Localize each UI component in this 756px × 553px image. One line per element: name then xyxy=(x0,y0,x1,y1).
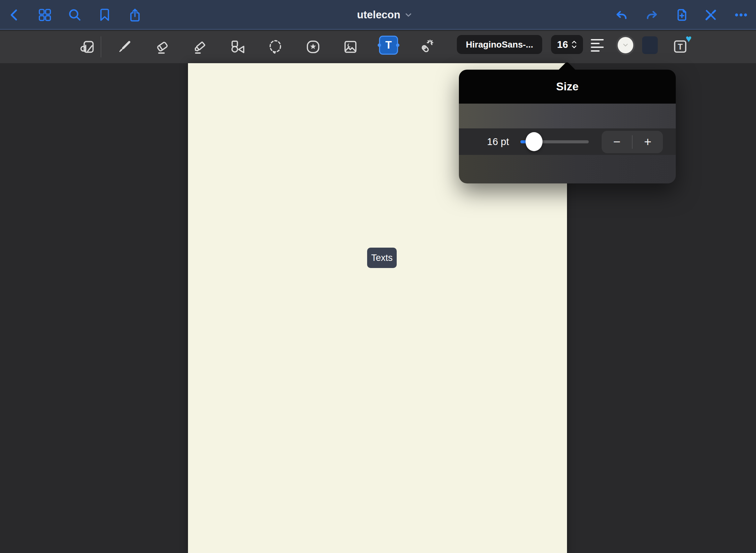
undo-icon xyxy=(614,7,629,22)
text-align-button[interactable] xyxy=(591,36,608,54)
popover-lower-band xyxy=(459,155,676,183)
background-color-swatch[interactable] xyxy=(642,36,658,54)
canvas-text-label: Texts xyxy=(371,253,393,263)
size-stepper: − + xyxy=(602,131,663,153)
lasso-tool-button[interactable] xyxy=(265,35,286,59)
highlighter-tool-button[interactable] xyxy=(189,35,210,59)
laser-pointer-tool-button[interactable] xyxy=(415,35,436,59)
size-decrease-button[interactable]: − xyxy=(602,131,632,153)
pan-mode-icon xyxy=(79,38,96,55)
more-icon xyxy=(734,7,749,22)
size-slider-thumb[interactable] xyxy=(526,132,543,151)
app-window: utelecon xyxy=(0,0,756,553)
selection-dot-right xyxy=(396,43,399,47)
search-button[interactable] xyxy=(67,7,82,22)
text-style-button[interactable]: T ♥ xyxy=(671,36,690,56)
size-stepper-chevrons-icon xyxy=(571,39,577,50)
stickers-icon xyxy=(305,38,322,55)
shapes-icon xyxy=(229,38,246,55)
share-icon xyxy=(127,7,142,22)
pen-cross-button[interactable] xyxy=(703,7,718,22)
navigation-bar: utelecon xyxy=(0,0,756,30)
bookmark-button[interactable] xyxy=(97,7,112,22)
shapes-tool-button[interactable] xyxy=(227,35,248,59)
svg-text:T: T xyxy=(678,42,683,51)
search-icon xyxy=(67,7,82,22)
laser-pointer-icon xyxy=(417,38,434,55)
font-family-label: HiraginoSans-... xyxy=(466,39,533,50)
pen-tool-button[interactable] xyxy=(114,35,135,59)
image-tool-button[interactable] xyxy=(340,35,361,59)
size-popover: Size 16 pt − + xyxy=(459,70,676,183)
bookmark-icon xyxy=(97,7,112,22)
redo-button[interactable] xyxy=(644,7,659,22)
more-button[interactable] xyxy=(734,7,749,22)
document-title: utelecon xyxy=(357,9,400,21)
pan-mode-button[interactable] xyxy=(76,35,98,59)
popover-upper-band xyxy=(459,104,676,128)
size-value-label: 16 pt xyxy=(479,128,517,155)
back-button[interactable] xyxy=(7,7,22,22)
size-increase-button[interactable]: + xyxy=(633,131,663,153)
popover-header: Size xyxy=(459,70,676,104)
add-page-icon xyxy=(674,7,689,22)
canvas-text-object[interactable]: Texts xyxy=(367,248,397,268)
text-color-button[interactable] xyxy=(616,35,635,55)
text-tool-glyph: T xyxy=(385,39,392,51)
chevron-down-icon xyxy=(623,43,628,47)
document-title-button[interactable]: utelecon xyxy=(340,0,428,30)
image-icon xyxy=(342,38,359,55)
eraser-icon xyxy=(154,38,171,55)
highlighter-icon xyxy=(191,38,208,55)
grid-icon xyxy=(37,7,52,22)
lasso-icon xyxy=(267,38,284,55)
chevron-down-icon xyxy=(406,12,411,18)
font-size-value: 16 xyxy=(557,39,568,50)
add-page-button[interactable] xyxy=(674,7,689,22)
back-icon xyxy=(7,7,22,22)
redo-icon xyxy=(644,7,659,22)
heart-badge-icon: ♥ xyxy=(686,34,692,44)
toolbar-divider xyxy=(101,36,101,57)
share-button[interactable] xyxy=(127,7,142,22)
undo-button[interactable] xyxy=(614,7,629,22)
font-size-button[interactable]: 16 xyxy=(551,35,583,54)
eraser-tool-button[interactable] xyxy=(152,35,173,59)
pen-icon xyxy=(116,38,133,55)
grid-overview-button[interactable] xyxy=(37,7,52,22)
popover-title: Size xyxy=(556,80,579,93)
font-family-button[interactable]: HiraginoSans-... xyxy=(457,35,542,54)
align-left-icon xyxy=(591,39,604,40)
selection-dot-left xyxy=(378,43,381,47)
text-tool-button[interactable]: T xyxy=(379,36,398,55)
stickers-tool-button[interactable] xyxy=(303,35,324,59)
tool-bar: T HiraginoSans-... 16 xyxy=(0,31,756,63)
pen-cross-icon xyxy=(703,7,718,22)
color-swatch-white xyxy=(618,37,633,53)
